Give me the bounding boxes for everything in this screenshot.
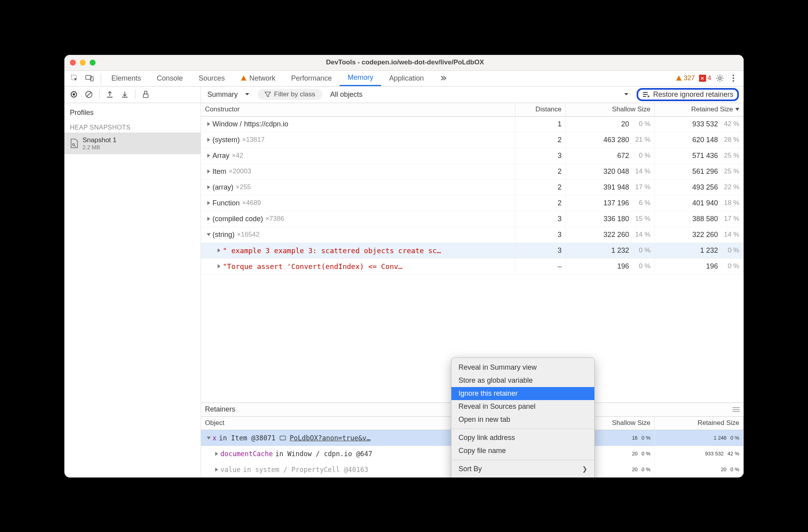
errors-count-value: 4 (708, 74, 711, 82)
tab-more[interactable] (432, 71, 455, 86)
errors-count[interactable]: ✕ 4 (699, 74, 711, 82)
filter-placeholder: Filter by class (274, 90, 315, 98)
svg-point-6 (733, 80, 734, 82)
context-menu-separator (451, 429, 594, 429)
tab-memory[interactable]: Memory (340, 71, 381, 86)
warnings-count[interactable]: 327 (676, 74, 695, 82)
context-menu-item[interactable]: Open in new tab (451, 413, 594, 426)
tab-sources[interactable]: Sources (191, 71, 233, 86)
retainers-label: Retainers (205, 405, 235, 414)
snapshot-size: 2.2 MB (83, 144, 117, 150)
tab-performance[interactable]: Performance (283, 71, 340, 86)
svg-point-8 (73, 93, 75, 96)
tab-elements[interactable]: Elements (103, 71, 149, 86)
context-menu-item[interactable]: Sort By❯ (451, 462, 594, 476)
table-row[interactable]: (compiled code) ×7386 3 336 18015 % 388 … (201, 211, 744, 227)
table-row[interactable]: "Torque assert 'Convert(endIndex) <= Con… (201, 259, 744, 274)
window-title: DevTools - codepen.io/web-dot-dev/live/P… (96, 58, 714, 66)
traffic-lights (70, 60, 96, 66)
allobjects-label: All objects (330, 90, 363, 99)
col-retained-size[interactable]: Retained Size (655, 103, 744, 116)
allobjects-select[interactable]: All objects (327, 90, 632, 99)
tabbar-separator (101, 73, 101, 84)
context-menu-item[interactable]: Reveal in Sources panel (451, 400, 594, 413)
table-header: Constructor Distance Shallow Size Retain… (201, 103, 744, 117)
inspect-icon[interactable] (70, 73, 79, 83)
svg-line-10 (86, 92, 91, 97)
context-menu-item[interactable]: Store as global variable (451, 374, 594, 387)
svg-point-4 (733, 75, 734, 76)
profiles-label: Profiles (64, 106, 201, 119)
hamburger-icon[interactable] (733, 407, 740, 412)
record-icon[interactable] (69, 90, 79, 99)
maximize-window-button[interactable] (90, 60, 96, 66)
table-row[interactable]: (system) ×13817 2 463 28021 % 620 14828 … (201, 132, 744, 148)
snapshot-icon (70, 138, 79, 149)
device-icon[interactable] (85, 73, 94, 83)
svg-point-3 (719, 77, 721, 79)
table-row[interactable]: Function ×4689 2 137 1966 % 401 94018 % (201, 196, 744, 211)
tab-console[interactable]: Console (149, 71, 191, 86)
tabbar-left-icons (66, 71, 98, 86)
table-row[interactable]: " example 3 example 3: scattered objects… (201, 243, 744, 259)
download-icon[interactable] (120, 90, 130, 99)
col-retained-2[interactable]: Retained Size (655, 417, 744, 430)
svg-point-12 (73, 143, 75, 145)
upload-icon[interactable] (105, 90, 115, 99)
heap-snapshots-label: HEAP SNAPSHOTS (64, 119, 201, 133)
warnings-count-value: 327 (684, 74, 695, 82)
snapshot-item[interactable]: Snapshot 1 2.2 MB (64, 133, 201, 154)
snapshot-name: Snapshot 1 (83, 136, 117, 144)
titlebar: DevTools - codepen.io/web-dot-dev/live/P… (64, 55, 744, 71)
context-menu: Reveal in Summary viewStore as global va… (451, 357, 595, 477)
clear-icon[interactable] (84, 90, 94, 99)
sort-desc-icon (735, 108, 739, 111)
settings-icon[interactable] (715, 73, 725, 83)
filter-icon (265, 91, 271, 98)
svg-rect-2 (90, 77, 93, 81)
toolbar: Summary Filter by class All objects Rest… (64, 86, 744, 103)
tab-application[interactable]: Application (381, 71, 432, 86)
summary-select[interactable]: Summary (204, 90, 253, 99)
tabbar-right: 327 ✕ 4 (672, 71, 742, 86)
svg-line-13 (74, 145, 76, 147)
context-menu-item[interactable]: Reveal in Summary view (451, 361, 594, 374)
kebab-icon[interactable] (729, 73, 738, 83)
filter-input[interactable]: Filter by class (257, 89, 322, 100)
gc-icon[interactable] (141, 90, 150, 99)
table-row[interactable]: Item ×20003 2 320 04814 % 561 29625 % (201, 164, 744, 180)
col-constructor[interactable]: Constructor (201, 103, 515, 116)
tab-network-label: Network (249, 74, 275, 83)
svg-rect-14 (280, 436, 286, 440)
warning-icon (241, 75, 247, 81)
table-row[interactable]: Array ×42 3 6720 % 571 43625 % (201, 148, 744, 164)
toolbar-left (64, 86, 201, 103)
close-window-button[interactable] (70, 60, 76, 66)
tabs: Elements Console Sources Network Perform… (103, 71, 455, 86)
svg-point-5 (733, 77, 734, 79)
col-shallow-size[interactable]: Shallow Size (566, 103, 655, 116)
context-menu-item[interactable]: Ignore this retainer (451, 387, 594, 400)
col-retained-label: Retained Size (691, 105, 733, 113)
table-row[interactable]: Window / https://cdpn.io 1 200 % 933 532… (201, 117, 744, 132)
table-row[interactable]: (string) ×16542 3 322 26014 % 322 26014 … (201, 227, 744, 243)
summary-label: Summary (207, 90, 238, 99)
error-icon: ✕ (699, 75, 706, 82)
body: Profiles HEAP SNAPSHOTS Snapshot 1 2.2 M… (64, 103, 744, 477)
window: DevTools - codepen.io/web-dot-dev/live/P… (64, 55, 744, 477)
minimize-window-button[interactable] (80, 60, 86, 66)
context-menu-item[interactable]: Copy file name (451, 444, 594, 457)
sidebar: Profiles HEAP SNAPSHOTS Snapshot 1 2.2 M… (64, 103, 201, 477)
context-menu-item[interactable]: Copy link address (451, 431, 594, 444)
restore-ignored-retainers-button[interactable]: Restore ignored retainers (637, 88, 739, 101)
table-row[interactable]: (array) ×255 2 391 94817 % 493 25622 % (201, 180, 744, 196)
chevron-down-icon (245, 93, 250, 96)
context-menu-item[interactable]: Header Options❯ (451, 476, 594, 477)
tabbar: Elements Console Sources Network Perform… (64, 71, 744, 86)
svg-rect-11 (145, 91, 147, 94)
restore-label: Restore ignored retainers (653, 90, 733, 99)
tab-network[interactable]: Network (233, 71, 283, 86)
toolbar-main: Summary Filter by class All objects Rest… (201, 86, 744, 103)
chevron-down-icon (624, 93, 629, 96)
col-distance[interactable]: Distance (515, 103, 566, 116)
